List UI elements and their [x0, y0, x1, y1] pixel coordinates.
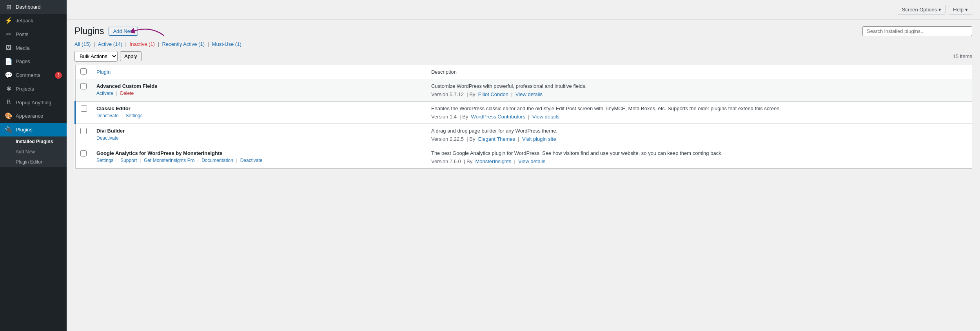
deactivate-link[interactable]: Deactivate	[96, 135, 119, 141]
sidebar-item-comments[interactable]: 💬 Comments 3	[0, 68, 67, 82]
media-icon: 🖼	[5, 44, 13, 51]
add-new-button[interactable]: Add New	[109, 27, 138, 36]
filter-links: All (15) | Active (14) | Inactive (1) | …	[74, 41, 972, 47]
plugin-name: Google Analytics for WordPress by Monste…	[96, 150, 422, 156]
sidebar-sub-add-new[interactable]: Add New	[0, 147, 67, 157]
search-input[interactable]	[862, 26, 972, 36]
chevron-down-icon: ▾	[938, 7, 941, 13]
plugin-author-link[interactable]: Elegant Themes	[478, 136, 515, 142]
bulk-actions-select[interactable]: Bulk Actions Activate Deactivate Update …	[74, 51, 118, 62]
table-row: Divi Builder Deactivate A drag and drop …	[75, 124, 972, 146]
sidebar-item-label: Media	[16, 45, 29, 51]
view-details-link[interactable]: View details	[515, 91, 543, 97]
filter-all[interactable]: All (15)	[74, 41, 92, 47]
popup-icon: B	[5, 99, 13, 106]
plugin-actions: Deactivate | Settings	[96, 113, 422, 118]
table-row: Google Analytics for WordPress by Monste…	[75, 146, 972, 169]
sidebar-item-label: Pages	[16, 58, 30, 64]
filter-recently-active[interactable]: Recently Active (1)	[162, 41, 206, 47]
deactivate-link[interactable]: Deactivate	[240, 158, 263, 163]
plugin-meta: Version 7.6.0 | By MonsterInsights | Vie…	[431, 158, 967, 164]
col-header-description: Description	[426, 65, 972, 79]
plugin-name: Divi Builder	[96, 128, 422, 134]
settings-link[interactable]: Settings	[96, 158, 113, 163]
jetpack-icon: ⚡	[5, 17, 13, 24]
sidebar-item-plugins[interactable]: 🔌 Plugins	[0, 123, 67, 136]
sidebar-item-pages[interactable]: 📄 Pages	[0, 55, 67, 68]
chevron-down-icon: ▾	[965, 7, 968, 13]
visit-plugin-site-link[interactable]: Visit plugin site	[522, 136, 556, 142]
settings-link[interactable]: Settings	[126, 113, 143, 118]
sidebar-item-posts[interactable]: ✏ Posts	[0, 27, 67, 41]
content-area: Plugins Add New All (15) | A	[67, 20, 980, 331]
col-header-plugin: Plugin	[92, 65, 426, 79]
filter-active[interactable]: Active (14)	[98, 41, 124, 47]
sidebar-item-dashboard[interactable]: ⊞ Dashboard	[0, 0, 67, 14]
plugin-actions: Deactivate	[96, 135, 422, 141]
plugin-meta: Version 2.22.5 | By Elegant Themes | Vis…	[431, 136, 967, 142]
filter-must-use[interactable]: Must-Use (1)	[212, 41, 241, 47]
delete-link[interactable]: Delete	[120, 91, 134, 96]
activate-link[interactable]: Activate	[96, 91, 113, 96]
items-count: 15 items	[953, 53, 972, 59]
apply-button[interactable]: Apply	[120, 51, 142, 61]
pages-icon: 📄	[5, 58, 13, 65]
plugins-submenu: Installed Plugins Add New Plugin Editor	[0, 136, 67, 167]
plugins-table: Plugin Description Advanced Custom Field…	[74, 65, 972, 169]
plugin-description: The best Google Analytics plugin for Wor…	[431, 150, 967, 156]
plugin-meta: Version 1.4 | By WordPress Contributors …	[431, 114, 967, 120]
sidebar: ⊞ Dashboard ⚡ Jetpack ✏ Posts 🖼 Media 📄 …	[0, 0, 67, 331]
plugin-checkbox-classic-editor[interactable]	[81, 105, 87, 112]
sidebar-item-appearance[interactable]: 🎨 Appearance	[0, 109, 67, 123]
plugin-description: Enables the WordPress classic editor and…	[431, 105, 967, 111]
filter-inactive[interactable]: Inactive (1)	[130, 41, 156, 47]
plugin-actions: Activate | Delete	[96, 91, 422, 96]
sidebar-item-label: Dashboard	[16, 4, 41, 10]
plugin-checkbox-divi[interactable]	[80, 128, 87, 134]
view-details-link[interactable]: View details	[532, 114, 559, 120]
plugin-checkbox-acf[interactable]	[80, 83, 87, 89]
comments-icon: 💬	[5, 71, 13, 79]
help-button[interactable]: Help ▾	[949, 5, 972, 15]
col-header-check	[75, 65, 92, 79]
toolbar: Bulk Actions Activate Deactivate Update …	[74, 51, 972, 62]
deactivate-link[interactable]: Deactivate	[96, 113, 119, 118]
sidebar-item-label: Appearance	[16, 113, 43, 119]
plugin-author-link[interactable]: MonsterInsights	[475, 158, 511, 164]
plugin-author-link[interactable]: WordPress Contributors	[471, 114, 525, 120]
topbar: Screen Options ▾ Help ▾	[67, 0, 980, 20]
table-row: Classic Editor Deactivate | Settings Ena…	[75, 102, 972, 124]
sidebar-sub-installed-plugins[interactable]: Installed Plugins	[0, 136, 67, 147]
view-details-link[interactable]: View details	[518, 158, 545, 164]
plugin-description: Customize WordPress with powerful, profe…	[431, 83, 967, 89]
page-title: Plugins	[74, 26, 104, 36]
get-pro-link[interactable]: Get MonsterInsights Pro	[144, 158, 194, 163]
projects-icon: ✱	[5, 85, 13, 93]
documentation-link[interactable]: Documentation	[201, 158, 233, 163]
plugin-description: A drag and drop page builder for any Wor…	[431, 128, 967, 134]
sidebar-item-popup-anything[interactable]: B Popup Anything	[0, 96, 67, 109]
support-link[interactable]: Support	[120, 158, 137, 163]
sidebar-sub-plugin-editor[interactable]: Plugin Editor	[0, 157, 67, 167]
sidebar-item-label: Plugins	[16, 127, 33, 133]
main-content: Screen Options ▾ Help ▾ Plugins Add New	[67, 0, 980, 331]
sidebar-item-label: Popup Anything	[16, 100, 51, 105]
sidebar-item-label: Jetpack	[16, 18, 33, 24]
plugin-checkbox-monsterinsights[interactable]	[80, 150, 87, 156]
plugin-name: Classic Editor	[96, 105, 422, 111]
plugin-author-link[interactable]: Elliot Condon	[478, 91, 508, 97]
select-all-checkbox[interactable]	[80, 68, 87, 75]
table-row: Advanced Custom Fields Activate | Delete…	[75, 79, 972, 102]
sidebar-item-jetpack[interactable]: ⚡ Jetpack	[0, 14, 67, 27]
dashboard-icon: ⊞	[5, 3, 13, 11]
table-header-row: Plugin Description	[75, 65, 972, 79]
page-header: Plugins Add New	[74, 26, 972, 36]
screen-options-button[interactable]: Screen Options ▾	[898, 5, 946, 15]
appearance-icon: 🎨	[5, 112, 13, 120]
sidebar-item-media[interactable]: 🖼 Media	[0, 41, 67, 55]
sidebar-item-label: Posts	[16, 31, 29, 37]
plugin-name: Advanced Custom Fields	[96, 83, 422, 89]
sidebar-item-label: Projects	[16, 86, 34, 92]
plugin-meta: Version 5.7.12 | By Elliot Condon | View…	[431, 91, 967, 97]
sidebar-item-projects[interactable]: ✱ Projects	[0, 82, 67, 96]
